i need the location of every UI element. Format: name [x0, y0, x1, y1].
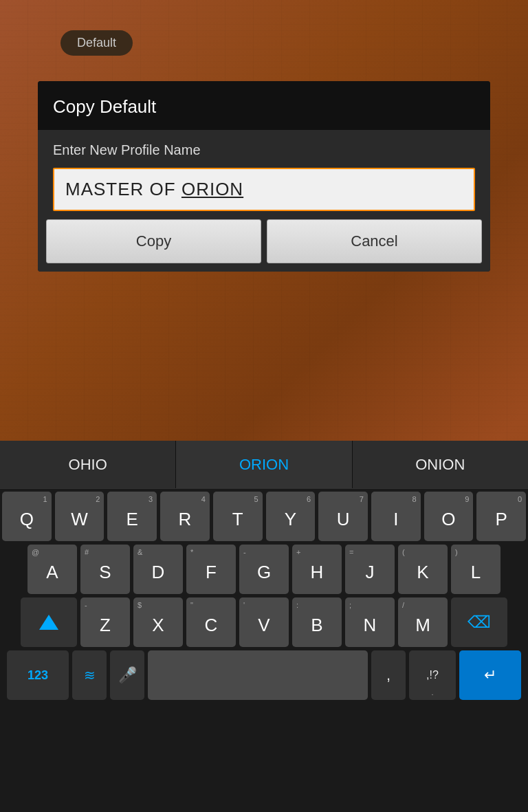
autocomplete-onion[interactable]: ONION: [353, 441, 528, 488]
autocomplete-ohio[interactable]: OHIO: [0, 441, 176, 488]
key-u[interactable]: 7U: [318, 492, 368, 541]
key-r[interactable]: 4R: [160, 492, 210, 541]
dialog-buttons: Copy Cancel: [38, 211, 490, 272]
key-o[interactable]: 9O: [424, 492, 474, 541]
mic-key[interactable]: 🎤: [110, 650, 144, 700]
dialog-body: Enter New Profile Name MASTER OF ORION: [38, 130, 490, 211]
keyboard: OHIO ORION ONION 1Q 2W 3E 4R 5T 6Y 7U 8I…: [0, 441, 528, 812]
key-g[interactable]: -G: [239, 545, 289, 594]
key-z[interactable]: -Z: [80, 597, 130, 647]
key-h[interactable]: +H: [292, 545, 342, 594]
key-e[interactable]: 3E: [107, 492, 157, 541]
swiftkey-logo[interactable]: ≋: [72, 650, 107, 700]
key-d[interactable]: &D: [133, 545, 183, 594]
autocomplete-orion[interactable]: ORION: [176, 441, 352, 488]
key-m[interactable]: /M: [398, 597, 448, 647]
autocomplete-row: OHIO ORION ONION: [0, 441, 528, 489]
key-i[interactable]: 8I: [371, 492, 421, 541]
shift-key[interactable]: [21, 597, 77, 647]
key-q[interactable]: 1Q: [2, 492, 52, 541]
copy-dialog: Copy Default Enter New Profile Name MAST…: [38, 81, 490, 272]
input-text-plain: MASTER OF: [65, 179, 182, 199]
key-a[interactable]: @A: [28, 545, 77, 594]
cancel-button[interactable]: Cancel: [267, 219, 482, 263]
key-b[interactable]: :B: [292, 597, 342, 647]
key-c[interactable]: "C: [186, 597, 236, 647]
num123-key[interactable]: 123: [7, 650, 69, 700]
dialog-title: Copy Default: [38, 81, 490, 130]
profile-name-input[interactable]: MASTER OF ORION: [65, 179, 463, 200]
key-n[interactable]: ;N: [345, 597, 395, 647]
input-text-underline: ORION: [182, 179, 243, 199]
key-j[interactable]: =J: [345, 545, 395, 594]
key-w[interactable]: 2W: [55, 492, 104, 541]
profile-name-input-wrapper[interactable]: MASTER OF ORION: [53, 168, 475, 211]
key-p[interactable]: 0P: [476, 492, 526, 541]
backspace-key[interactable]: ⌫: [451, 597, 507, 647]
key-k[interactable]: (K: [398, 545, 448, 594]
key-t[interactable]: 5T: [213, 492, 263, 541]
key-rows: 1Q 2W 3E 4R 5T 6Y 7U 8I 9O 0P @A #S &D *…: [0, 489, 528, 706]
key-row-4: 123 ≋ 🎤 , ,!? . ↵: [2, 650, 526, 700]
key-l[interactable]: )L: [451, 545, 500, 594]
enter-key[interactable]: ↵: [459, 650, 521, 700]
key-s[interactable]: #S: [80, 545, 130, 594]
default-badge: Default: [60, 30, 133, 56]
punctuation-key[interactable]: ,!? .: [409, 650, 456, 700]
key-f[interactable]: *F: [186, 545, 236, 594]
space-key[interactable]: [148, 650, 368, 700]
key-y[interactable]: 6Y: [266, 492, 316, 541]
key-x[interactable]: $X: [133, 597, 183, 647]
key-row-1: 1Q 2W 3E 4R 5T 6Y 7U 8I 9O 0P: [2, 492, 526, 541]
copy-button[interactable]: Copy: [46, 219, 261, 263]
key-row-3: -Z $X "C 'V :B ;N /M ⌫: [2, 597, 526, 647]
dialog-label: Enter New Profile Name: [53, 142, 475, 158]
comma-key[interactable]: ,: [371, 650, 406, 700]
key-row-2: @A #S &D *F -G +H =J (K )L: [2, 545, 526, 594]
key-v[interactable]: 'V: [239, 597, 289, 647]
